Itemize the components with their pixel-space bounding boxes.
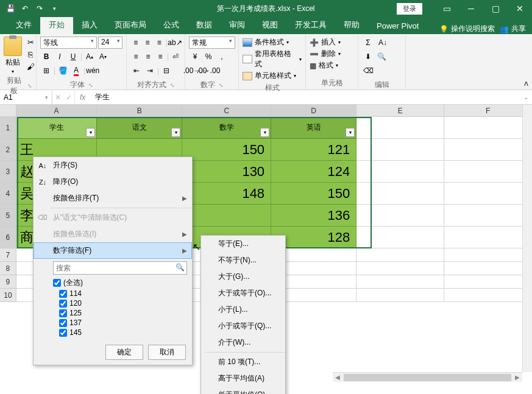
italic-button[interactable]: I bbox=[54, 51, 66, 63]
scroll-thumb[interactable] bbox=[344, 374, 511, 381]
collapse-ribbon-icon[interactable]: ᐱ bbox=[524, 80, 528, 87]
filter-less[interactable]: 小于(L)... bbox=[201, 301, 285, 318]
save-icon[interactable]: 💾 bbox=[4, 2, 17, 15]
select-all-corner[interactable] bbox=[0, 105, 16, 116]
cell[interactable]: 148 bbox=[182, 183, 271, 205]
qat-customize-icon[interactable]: ▾ bbox=[48, 2, 61, 15]
cell[interactable]: 130 bbox=[182, 161, 271, 183]
sort-filter-icon[interactable]: A↓ bbox=[375, 37, 390, 49]
tab-home[interactable]: 开始 bbox=[40, 16, 73, 34]
cell[interactable] bbox=[444, 275, 532, 289]
cell[interactable]: 136 bbox=[271, 205, 356, 227]
cell[interactable] bbox=[356, 227, 444, 248]
fill-color-button[interactable]: 🪣 bbox=[57, 65, 69, 77]
sort-desc-item[interactable]: Z↓降序(O) bbox=[34, 174, 192, 190]
table-header-english[interactable]: 英语▾ bbox=[271, 117, 356, 139]
cell-style-button[interactable]: 单元格样式▾ bbox=[243, 70, 302, 82]
filter-button[interactable]: ▾ bbox=[346, 128, 355, 137]
cell[interactable] bbox=[444, 289, 532, 302]
filter-greater-eq[interactable]: 大于或等于(O)... bbox=[201, 285, 285, 301]
fill-icon[interactable]: ⬇ bbox=[362, 51, 374, 63]
cell[interactable] bbox=[444, 161, 532, 183]
launcher-icon[interactable]: ⤡ bbox=[170, 82, 175, 88]
underline-button[interactable]: U bbox=[67, 51, 79, 63]
sort-color-item[interactable]: 按颜色排序(T)▶ bbox=[34, 190, 192, 206]
align-middle-icon[interactable]: ≡ bbox=[142, 37, 152, 49]
number-format-select[interactable]: 常规 bbox=[189, 37, 235, 49]
format-painter-icon[interactable]: 🖌 bbox=[24, 61, 37, 72]
filter-button[interactable]: ▾ bbox=[86, 128, 95, 137]
currency-icon[interactable]: ¥ bbox=[189, 51, 201, 63]
cell[interactable] bbox=[356, 248, 444, 262]
cell[interactable] bbox=[356, 262, 444, 275]
sort-asc-item[interactable]: A↓升序(S) bbox=[34, 157, 192, 174]
align-left-icon[interactable]: ≡ bbox=[130, 51, 141, 63]
align-bottom-icon[interactable]: ≡ bbox=[154, 37, 165, 49]
cancel-formula-icon[interactable]: ✕ bbox=[55, 93, 61, 102]
cell[interactable] bbox=[356, 183, 444, 205]
row-header[interactable]: 7 bbox=[0, 248, 16, 262]
ok-button[interactable]: 确定 bbox=[105, 345, 143, 360]
launcher-icon[interactable]: ⤡ bbox=[27, 83, 32, 89]
row-header[interactable]: 3 bbox=[0, 161, 16, 183]
border-button[interactable]: ⊞ bbox=[40, 65, 52, 77]
cell[interactable]: 121 bbox=[271, 139, 356, 161]
tab-file[interactable]: 文件 bbox=[7, 16, 40, 34]
paste-button[interactable]: 粘贴 ▾ bbox=[4, 37, 22, 74]
row-header[interactable]: 1 bbox=[0, 117, 16, 139]
row-header[interactable]: 6 bbox=[0, 227, 16, 248]
tab-data[interactable]: 数据 bbox=[188, 16, 221, 34]
name-box[interactable]: A1 bbox=[0, 90, 52, 104]
font-name-select[interactable]: 等线 bbox=[40, 37, 97, 49]
wrap-text-icon[interactable]: ⏎ bbox=[170, 51, 181, 63]
filter-not-equals[interactable]: 不等于(N)... bbox=[201, 252, 285, 269]
merge-icon[interactable]: ⊟ bbox=[160, 65, 172, 77]
indent-inc-icon[interactable]: ⇥ bbox=[144, 65, 156, 77]
cell[interactable] bbox=[356, 117, 444, 139]
table-header-math[interactable]: 数学▾ bbox=[182, 117, 271, 139]
filter-equals[interactable]: 等于(E)... bbox=[201, 236, 285, 252]
accept-formula-icon[interactable]: ✓ bbox=[66, 93, 72, 102]
check-item[interactable]: 137 bbox=[53, 318, 187, 328]
cell[interactable] bbox=[356, 161, 444, 183]
filter-below-avg[interactable]: 低于平均值(O) bbox=[201, 387, 285, 394]
expand-formula-bar-icon[interactable]: ⌄ bbox=[520, 94, 532, 100]
cell[interactable] bbox=[444, 248, 532, 262]
cell[interactable] bbox=[356, 205, 444, 227]
check-item[interactable]: 114 bbox=[53, 289, 187, 298]
check-all[interactable]: (全选) bbox=[53, 277, 187, 289]
cell[interactable] bbox=[444, 183, 532, 205]
scroll-left-icon[interactable]: ◀ bbox=[333, 374, 342, 381]
font-color-button[interactable]: A bbox=[70, 65, 82, 77]
delete-cells-button[interactable]: ➖删除▾ bbox=[310, 48, 354, 60]
tell-me-search[interactable]: 💡操作说明搜索 bbox=[439, 24, 495, 34]
autosum-icon[interactable]: Σ bbox=[362, 37, 374, 49]
filter-search-input[interactable] bbox=[53, 261, 187, 275]
cell[interactable]: 124 bbox=[271, 161, 356, 183]
filter-between[interactable]: 介于(W)... bbox=[201, 334, 285, 351]
filter-button[interactable]: ▾ bbox=[260, 128, 269, 137]
fx-icon[interactable]: fx bbox=[75, 93, 90, 102]
cell[interactable]: 150 bbox=[271, 183, 356, 205]
tab-layout[interactable]: 页面布局 bbox=[106, 16, 155, 34]
col-header-c[interactable]: C bbox=[182, 105, 271, 116]
percent-icon[interactable]: % bbox=[202, 51, 215, 63]
tab-dev[interactable]: 开发工具 bbox=[286, 16, 335, 34]
minimize-icon[interactable]: ─ bbox=[459, 0, 483, 17]
cell[interactable] bbox=[356, 139, 444, 161]
cell[interactable]: 150 bbox=[182, 139, 271, 161]
copy-icon[interactable]: ⎘ bbox=[24, 49, 37, 60]
ribbon-mode-icon[interactable]: ▭ bbox=[434, 0, 459, 17]
row-header[interactable]: 4 bbox=[0, 183, 16, 205]
launcher-icon[interactable]: ⤡ bbox=[88, 82, 93, 88]
filter-less-eq[interactable]: 小于或等于(Q)... bbox=[201, 318, 285, 334]
tab-formula[interactable]: 公式 bbox=[155, 16, 188, 34]
redo-icon[interactable]: ↷ bbox=[33, 2, 46, 15]
bold-button[interactable]: B bbox=[40, 51, 52, 63]
indent-dec-icon[interactable]: ⇤ bbox=[130, 65, 143, 77]
filter-above-avg[interactable]: 高于平均值(A) bbox=[201, 370, 285, 387]
cell[interactable] bbox=[444, 205, 532, 227]
table-header-student[interactable]: 学生▾ bbox=[16, 117, 97, 139]
align-top-icon[interactable]: ≡ bbox=[130, 37, 141, 49]
row-header[interactable]: 2 bbox=[0, 139, 16, 161]
